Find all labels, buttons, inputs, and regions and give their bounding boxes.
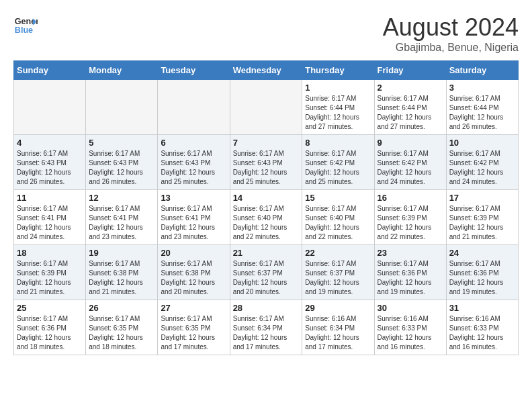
month-title: August 2024 — [383, 13, 519, 42]
day-number: 19 — [89, 248, 154, 258]
day-number: 30 — [378, 303, 443, 313]
day-cell: 12Sunrise: 6:17 AM Sunset: 6:41 PM Dayli… — [86, 190, 158, 245]
day-info: Sunrise: 6:17 AM Sunset: 6:35 PM Dayligh… — [161, 314, 226, 352]
day-number: 4 — [17, 138, 83, 148]
day-cell — [86, 80, 158, 135]
day-info: Sunrise: 6:17 AM Sunset: 6:44 PM Dayligh… — [449, 94, 515, 132]
weekday-header-saturday: Saturday — [446, 61, 518, 80]
week-row-2: 4Sunrise: 6:17 AM Sunset: 6:43 PM Daylig… — [14, 135, 519, 190]
day-info: Sunrise: 6:17 AM Sunset: 6:37 PM Dayligh… — [233, 259, 300, 297]
day-cell — [230, 80, 302, 135]
day-info: Sunrise: 6:17 AM Sunset: 6:42 PM Dayligh… — [305, 149, 371, 187]
day-number: 20 — [161, 248, 226, 258]
day-number: 10 — [449, 138, 515, 148]
day-info: Sunrise: 6:17 AM Sunset: 6:38 PM Dayligh… — [89, 259, 154, 297]
day-cell: 20Sunrise: 6:17 AM Sunset: 6:38 PM Dayli… — [158, 245, 230, 300]
day-cell: 25Sunrise: 6:17 AM Sunset: 6:36 PM Dayli… — [14, 300, 86, 355]
day-cell: 13Sunrise: 6:17 AM Sunset: 6:41 PM Dayli… — [158, 190, 230, 245]
day-cell: 23Sunrise: 6:17 AM Sunset: 6:36 PM Dayli… — [374, 245, 446, 300]
day-info: Sunrise: 6:17 AM Sunset: 6:38 PM Dayligh… — [161, 259, 226, 297]
day-cell: 24Sunrise: 6:17 AM Sunset: 6:36 PM Dayli… — [446, 245, 518, 300]
day-cell: 19Sunrise: 6:17 AM Sunset: 6:38 PM Dayli… — [86, 245, 158, 300]
day-cell: 8Sunrise: 6:17 AM Sunset: 6:42 PM Daylig… — [302, 135, 374, 190]
weekday-header-tuesday: Tuesday — [158, 61, 230, 80]
day-number: 28 — [233, 303, 300, 313]
day-info: Sunrise: 6:17 AM Sunset: 6:42 PM Dayligh… — [449, 149, 515, 187]
day-cell: 22Sunrise: 6:17 AM Sunset: 6:37 PM Dayli… — [302, 245, 374, 300]
day-info: Sunrise: 6:17 AM Sunset: 6:36 PM Dayligh… — [378, 259, 443, 297]
day-cell: 31Sunrise: 6:16 AM Sunset: 6:33 PM Dayli… — [446, 300, 518, 355]
logo-icon: General Blue — [13, 13, 38, 38]
weekday-header-monday: Monday — [86, 61, 158, 80]
day-info: Sunrise: 6:17 AM Sunset: 6:43 PM Dayligh… — [233, 149, 300, 187]
day-number: 21 — [233, 248, 300, 258]
day-cell: 11Sunrise: 6:17 AM Sunset: 6:41 PM Dayli… — [14, 190, 86, 245]
day-number: 11 — [17, 193, 83, 203]
day-info: Sunrise: 6:17 AM Sunset: 6:41 PM Dayligh… — [17, 204, 83, 242]
day-cell: 5Sunrise: 6:17 AM Sunset: 6:43 PM Daylig… — [86, 135, 158, 190]
weekday-header-thursday: Thursday — [302, 61, 374, 80]
day-cell: 17Sunrise: 6:17 AM Sunset: 6:39 PM Dayli… — [446, 190, 518, 245]
day-cell: 15Sunrise: 6:17 AM Sunset: 6:40 PM Dayli… — [302, 190, 374, 245]
day-cell: 16Sunrise: 6:17 AM Sunset: 6:39 PM Dayli… — [374, 190, 446, 245]
day-number: 24 — [449, 248, 515, 258]
day-number: 7 — [233, 138, 300, 148]
calendar-table: SundayMondayTuesdayWednesdayThursdayFrid… — [13, 60, 519, 355]
day-number: 15 — [305, 193, 371, 203]
day-cell: 30Sunrise: 6:16 AM Sunset: 6:33 PM Dayli… — [374, 300, 446, 355]
day-cell: 21Sunrise: 6:17 AM Sunset: 6:37 PM Dayli… — [230, 245, 302, 300]
day-cell: 4Sunrise: 6:17 AM Sunset: 6:43 PM Daylig… — [14, 135, 86, 190]
week-row-4: 18Sunrise: 6:17 AM Sunset: 6:39 PM Dayli… — [14, 245, 519, 300]
day-number: 2 — [378, 83, 443, 93]
logo: General Blue — [13, 13, 38, 38]
day-number: 6 — [161, 138, 226, 148]
day-info: Sunrise: 6:17 AM Sunset: 6:34 PM Dayligh… — [233, 314, 300, 352]
day-cell: 6Sunrise: 6:17 AM Sunset: 6:43 PM Daylig… — [158, 135, 230, 190]
day-info: Sunrise: 6:17 AM Sunset: 6:35 PM Dayligh… — [89, 314, 154, 352]
day-cell: 18Sunrise: 6:17 AM Sunset: 6:39 PM Dayli… — [14, 245, 86, 300]
day-cell: 2Sunrise: 6:17 AM Sunset: 6:44 PM Daylig… — [374, 80, 446, 135]
weekday-header-row: SundayMondayTuesdayWednesdayThursdayFrid… — [14, 61, 519, 80]
day-number: 14 — [233, 193, 300, 203]
day-cell: 9Sunrise: 6:17 AM Sunset: 6:42 PM Daylig… — [374, 135, 446, 190]
day-number: 26 — [89, 303, 154, 313]
day-info: Sunrise: 6:17 AM Sunset: 6:37 PM Dayligh… — [305, 259, 371, 297]
weekday-header-wednesday: Wednesday — [230, 61, 302, 80]
day-cell: 10Sunrise: 6:17 AM Sunset: 6:42 PM Dayli… — [446, 135, 518, 190]
weekday-header-friday: Friday — [374, 61, 446, 80]
day-info: Sunrise: 6:16 AM Sunset: 6:33 PM Dayligh… — [378, 314, 443, 352]
day-cell — [158, 80, 230, 135]
day-info: Sunrise: 6:17 AM Sunset: 6:41 PM Dayligh… — [89, 204, 154, 242]
day-info: Sunrise: 6:17 AM Sunset: 6:40 PM Dayligh… — [233, 204, 300, 242]
svg-text:Blue: Blue — [15, 26, 33, 35]
week-row-1: 1Sunrise: 6:17 AM Sunset: 6:44 PM Daylig… — [14, 80, 519, 135]
day-cell: 27Sunrise: 6:17 AM Sunset: 6:35 PM Dayli… — [158, 300, 230, 355]
day-number: 13 — [161, 193, 226, 203]
week-row-5: 25Sunrise: 6:17 AM Sunset: 6:36 PM Dayli… — [14, 300, 519, 355]
day-cell: 26Sunrise: 6:17 AM Sunset: 6:35 PM Dayli… — [86, 300, 158, 355]
day-cell: 3Sunrise: 6:17 AM Sunset: 6:44 PM Daylig… — [446, 80, 518, 135]
day-cell: 29Sunrise: 6:16 AM Sunset: 6:34 PM Dayli… — [302, 300, 374, 355]
weekday-header-sunday: Sunday — [14, 61, 86, 80]
day-number: 8 — [305, 138, 371, 148]
day-info: Sunrise: 6:17 AM Sunset: 6:36 PM Dayligh… — [17, 314, 83, 352]
day-number: 17 — [449, 193, 515, 203]
day-number: 9 — [378, 138, 443, 148]
day-number: 25 — [17, 303, 83, 313]
day-info: Sunrise: 6:17 AM Sunset: 6:44 PM Dayligh… — [305, 94, 371, 132]
day-info: Sunrise: 6:17 AM Sunset: 6:43 PM Dayligh… — [161, 149, 226, 187]
day-number: 5 — [89, 138, 154, 148]
day-number: 12 — [89, 193, 154, 203]
day-cell: 1Sunrise: 6:17 AM Sunset: 6:44 PM Daylig… — [302, 80, 374, 135]
day-info: Sunrise: 6:17 AM Sunset: 6:40 PM Dayligh… — [305, 204, 371, 242]
day-info: Sunrise: 6:17 AM Sunset: 6:43 PM Dayligh… — [89, 149, 154, 187]
day-info: Sunrise: 6:17 AM Sunset: 6:43 PM Dayligh… — [17, 149, 83, 187]
day-number: 27 — [161, 303, 226, 313]
day-cell: 14Sunrise: 6:17 AM Sunset: 6:40 PM Dayli… — [230, 190, 302, 245]
day-number: 1 — [305, 83, 371, 93]
day-info: Sunrise: 6:17 AM Sunset: 6:39 PM Dayligh… — [449, 204, 515, 242]
day-info: Sunrise: 6:17 AM Sunset: 6:44 PM Dayligh… — [378, 94, 443, 132]
day-info: Sunrise: 6:17 AM Sunset: 6:42 PM Dayligh… — [378, 149, 443, 187]
day-number: 3 — [449, 83, 515, 93]
day-info: Sunrise: 6:17 AM Sunset: 6:39 PM Dayligh… — [378, 204, 443, 242]
